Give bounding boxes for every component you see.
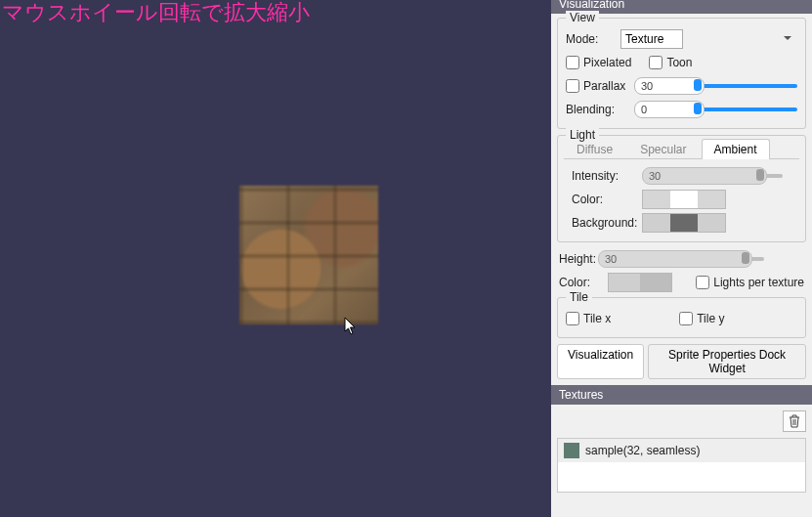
height-label: Height: (559, 252, 598, 266)
group-view-title: View (566, 11, 599, 24)
blending-slider[interactable]: 0 (634, 101, 797, 118)
tile-x-label: Tile x (583, 312, 611, 325)
properties-panel: Visualization View Mode: Texture Pixelat… (551, 0, 812, 517)
tab-specular[interactable]: Specular (627, 139, 699, 159)
toon-label: Toon (666, 56, 692, 69)
light-color-swatch[interactable] (642, 190, 726, 209)
parallax-slider[interactable]: 30 (634, 77, 797, 95)
group-view: View Mode: Texture Pixelated Toon Parall… (557, 18, 806, 129)
tile-y-checkbox[interactable]: Tile y (679, 312, 724, 325)
parallax-value: 30 (641, 80, 653, 92)
delete-texture-button[interactable] (783, 410, 806, 432)
mode-label: Mode: (566, 32, 620, 46)
intensity-value: 30 (649, 170, 661, 182)
light-bg-label: Background: (572, 216, 642, 230)
tab-ambient[interactable]: Ambient (702, 139, 770, 159)
parallax-label: Parallax (583, 79, 625, 93)
group-light: Light Diffuse Specular Ambient Intensity… (557, 135, 806, 242)
bottom-tabs: Visualization Sprite Properties Dock Wid… (557, 344, 806, 379)
group-tile: Tile Tile x Tile y (557, 297, 806, 338)
light-bg-swatch[interactable] (642, 213, 726, 233)
texture-list-item[interactable]: sample(32, seamless) (558, 439, 805, 462)
pixelated-label: Pixelated (583, 56, 631, 69)
viewport[interactable]: マウスホイール回転で拡大縮小 (0, 0, 551, 517)
intensity-slider[interactable]: 30 (642, 167, 791, 185)
height-value: 30 (605, 253, 617, 265)
intensity-label: Intensity: (572, 169, 642, 183)
texture-item-label: sample(32, seamless) (585, 444, 700, 457)
trash-icon (789, 414, 800, 428)
tab-diffuse[interactable]: Diffuse (564, 139, 625, 159)
parallax-checkbox[interactable]: Parallax (566, 79, 634, 93)
height-slider[interactable]: 30 (598, 250, 804, 268)
texture-list[interactable]: sample(32, seamless) (557, 438, 806, 493)
lights-per-texture-checkbox[interactable]: Lights per texture (696, 276, 804, 289)
group-tile-title: Tile (566, 290, 592, 304)
overlay-hint: マウスホイール回転で拡大縮小 (2, 0, 310, 27)
tile-x-checkbox[interactable]: Tile x (566, 312, 611, 325)
tile-y-label: Tile y (697, 312, 724, 325)
lights-per-texture-label: Lights per texture (713, 276, 804, 289)
texture-preview (239, 186, 378, 324)
color-swatch-2[interactable] (608, 273, 672, 292)
tab-sprite-properties[interactable]: Sprite Properties Dock Widget (648, 344, 806, 379)
pixelated-checkbox[interactable]: Pixelated (566, 56, 631, 69)
toon-checkbox[interactable]: Toon (649, 56, 692, 69)
light-tabs: Diffuse Specular Ambient (564, 138, 799, 159)
texture-thumb (564, 443, 579, 458)
color-label-2: Color: (559, 276, 598, 289)
light-color-label: Color: (572, 193, 642, 206)
tab-visualization-bottom[interactable]: Visualization (557, 344, 644, 379)
blending-label: Blending: (566, 103, 634, 116)
mode-select[interactable]: Texture (620, 29, 683, 49)
blending-value: 0 (641, 104, 647, 115)
panel-header-textures: Textures (551, 385, 812, 405)
